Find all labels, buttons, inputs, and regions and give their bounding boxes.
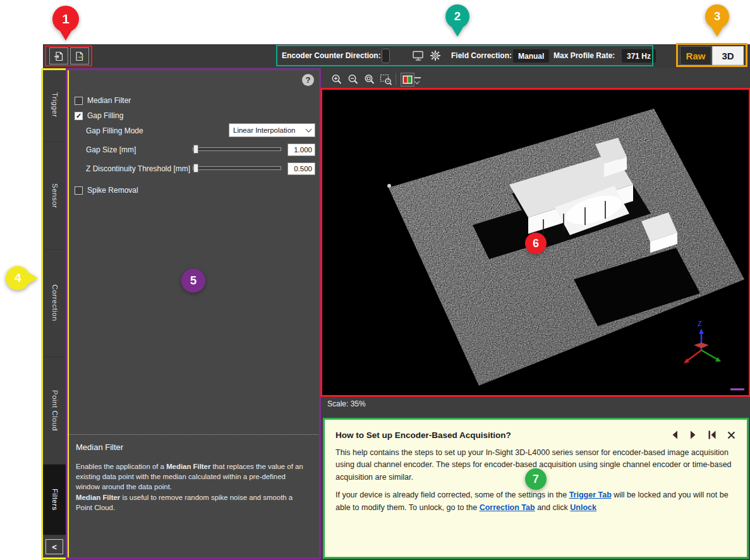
max-profile-rate-value: 371 Hz [622,49,656,63]
z-discontinuity-label: Z Discontinuity Threshold [mm] [86,164,190,173]
z-discontinuity-slider[interactable] [193,166,281,170]
filter-description-paragraph: Median Filter is useful to remove random… [76,492,311,513]
filters-settings-panel: ? Median Filter ✓ Gap Filling Gap Fillin… [67,68,320,560]
help-first-button[interactable] [707,430,717,440]
raw-view-button[interactable]: Raw [680,46,711,65]
check-icon: ✓ [76,113,82,119]
document-arrow-icon [54,51,64,61]
callout-pin-3: 3 [705,4,729,28]
filter-description: Median Filter Enables the application of… [67,434,320,520]
callout-pin-2: 2 [445,4,469,28]
tab-sensor-label: Sensor [51,183,59,208]
panel-help-button[interactable]: ? [302,74,314,86]
sidebar-collapse-button[interactable]: < [45,539,63,554]
toolbar-overflow-button[interactable] [414,77,421,83]
zoom-in-button[interactable] [330,73,344,87]
help-panel-nav [670,430,736,440]
max-profile-rate-label: Max Profile Rate: [553,51,615,60]
help-panel-body: This help contains the steps to set up y… [336,447,736,514]
spike-removal-checkbox[interactable] [75,186,83,195]
help-paragraph-1: This help contains the steps to set up y… [336,447,736,484]
acquire-image-button[interactable] [49,47,68,64]
tab-correction[interactable]: Correction [43,250,67,357]
help-panel: How to Set up Encoder-Based Acquisition?… [323,418,749,559]
callout-pin-4: 4 [6,266,30,290]
tab-sensor[interactable]: Sensor [43,142,67,250]
encoder-counter-direction-control[interactable] [382,49,390,63]
annotated-screenshot: Encoder Counter Direction: Field Correct… [0,0,750,560]
gap-size-input[interactable]: 1.000 [287,143,315,156]
gap-filling-mode-value: Linear Interpolation [233,126,295,134]
zoom-out-icon [347,73,360,86]
gap-filling-label: Gap Filling [87,111,123,120]
arrow-right-icon [689,430,698,440]
z-discontinuity-slider-handle[interactable] [193,164,198,173]
median-filter-label: Median Filter [87,96,131,105]
field-correction-label: Field Correction: [451,51,512,60]
help-panel-header: How to Set up Encoder-Based Acquisition? [336,430,736,440]
color-palette-button[interactable] [401,73,414,87]
axis-z-label: Z [698,320,702,327]
unlock-link[interactable]: Unlock [570,503,596,512]
median-filter-checkbox[interactable] [75,97,83,105]
top-toolbar: Encoder Counter Direction: Field Correct… [43,44,750,68]
arrow-left-icon [670,430,679,440]
field-correction-value: Manual [513,49,549,63]
color-palette-icon [402,75,413,84]
gap-filling-mode-select[interactable]: Linear Interpolation [229,123,315,137]
encoder-counter-direction-label: Encoder Counter Direction: [282,51,381,60]
3d-view-button[interactable]: 3D [712,46,744,65]
help-prev-button[interactable] [670,430,679,440]
z-discontinuity-input[interactable]: 0.500 [287,162,315,175]
tab-trigger[interactable]: Trigger [43,68,67,142]
overflow-bar-icon [414,77,421,78]
load-image-button[interactable] [70,47,89,64]
chevron-down-icon [306,126,312,132]
trigger-tab-link[interactable]: Trigger Tab [569,490,612,499]
toolbar-separator [396,73,396,85]
zoom-out-button[interactable] [346,73,360,87]
gear-icon [430,50,441,61]
gap-filling-checkbox[interactable]: ✓ [75,112,83,120]
acquisition-settings-button[interactable] [430,50,441,61]
zoom-fit-button[interactable] [363,73,377,87]
tab-filters[interactable]: Filters [43,465,67,535]
tab-filters-label: Filters [51,489,59,511]
close-icon [727,430,736,440]
sidebar-tabs: Trigger Sensor Correction Point Cloud Fi… [43,68,67,560]
correction-tab-link[interactable]: Correction Tab [480,503,535,512]
zoom-in-icon [330,73,343,86]
callout-pin-1: 1 [52,6,79,32]
zoom-fit-icon [363,73,376,86]
tab-trigger-label: Trigger [51,92,59,118]
help-close-button[interactable] [727,430,736,440]
help-paragraph-2: If your device is already field correcte… [336,489,736,514]
gap-size-slider[interactable] [193,147,281,151]
filter-description-paragraph: Enables the application of a Median Filt… [76,461,311,492]
spike-removal-label: Spike Removal [87,186,138,195]
scale-readout: Scale: 35% [327,399,366,408]
zoom-region-button[interactable] [379,73,393,87]
gap-size-label: Gap Size [mm] [86,145,136,154]
tab-point-cloud-label: Point Cloud [51,390,59,431]
point-cloud-viewport[interactable]: Z [322,90,749,395]
skip-to-start-icon [707,430,717,440]
chevron-down-icon [414,79,420,84]
help-next-button[interactable] [689,430,698,440]
gap-filling-mode-label: Gap Filling Mode [86,126,143,135]
gap-size-slider-handle[interactable] [193,145,198,154]
viewer-column: Z Scale: 35% How to Set up Encoder-Based… [320,68,750,560]
tab-correction-label: Correction [51,284,59,321]
document-import-icon [75,51,85,61]
monitor-icon [413,51,424,61]
help-icon: ? [306,75,311,85]
point-cloud-render: Z [322,90,749,395]
help-panel-title: How to Set up Encoder-Based Acquisition? [336,430,511,440]
zoom-region-icon [380,73,392,86]
tab-point-cloud[interactable]: Point Cloud [43,357,67,465]
filter-description-title: Median Filter [76,442,311,452]
display-view-button[interactable] [413,51,424,61]
